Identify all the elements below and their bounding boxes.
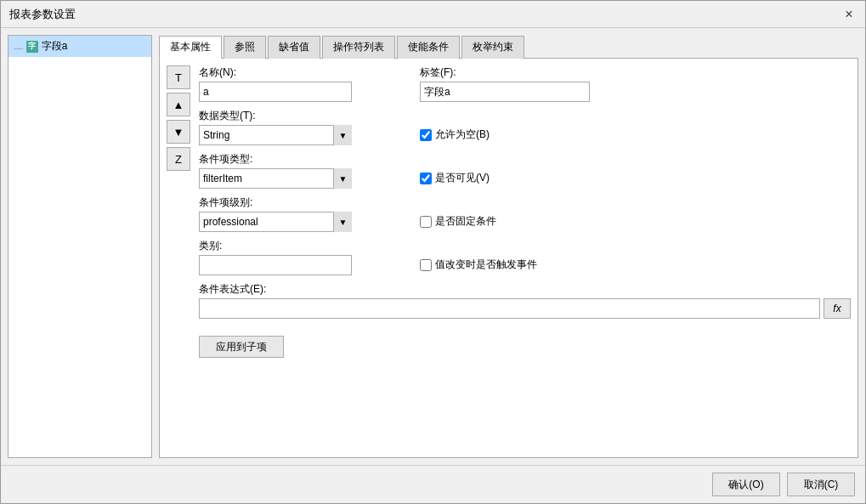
trigger-event-label: 值改变时是否触发事件: [435, 258, 537, 272]
toolbar-column: T ▲ ▼ Z: [167, 65, 192, 450]
visible-group: 是否可见(V): [420, 152, 851, 189]
condition-level-label: 条件项级别:: [199, 195, 411, 210]
trigger-event-checkbox[interactable]: [420, 259, 432, 271]
up-icon: ▲: [173, 99, 184, 111]
confirm-button[interactable]: 确认(O): [712, 473, 780, 496]
left-tree-panel: ...... 字 字段a: [8, 35, 152, 458]
visible-label: 是否可见(V): [435, 171, 490, 185]
apply-to-children-button[interactable]: 应用到子项: [199, 336, 284, 358]
close-button[interactable]: ×: [841, 7, 857, 22]
tab-default[interactable]: 缺省值: [268, 36, 320, 59]
condition-level-select[interactable]: professional simple advanced: [199, 212, 352, 232]
cancel-button[interactable]: 取消(C): [787, 473, 855, 496]
data-type-label: 数据类型(T):: [199, 109, 411, 123]
tree-dots: ......: [14, 42, 23, 51]
form-container: 名称(N): 标签(F):: [199, 65, 851, 450]
delete-icon: Z: [175, 153, 182, 166]
condition-type-select[interactable]: filterItem queryItem sortItem: [199, 168, 352, 189]
condition-level-row: 条件项级别: professional simple advanced ▼: [199, 195, 851, 232]
category-input[interactable]: [199, 255, 352, 275]
tabs-bar: 基本属性 参照 缺省值 操作符列表 使能条件 枚举约束: [159, 35, 858, 59]
label-group: 标签(F):: [420, 65, 851, 102]
fixed-condition-group: 是否固定条件: [420, 195, 851, 232]
visible-checkbox[interactable]: [420, 173, 432, 184]
condition-type-label: 条件项类型:: [199, 152, 411, 167]
allow-null-group: 允许为空(B): [420, 109, 851, 145]
category-label: 类别:: [199, 239, 411, 253]
expression-label: 条件表达式(E):: [199, 282, 851, 297]
datatype-group: 数据类型(T): String Integer Double Date Bool…: [199, 109, 411, 145]
condition-type-row: 条件项类型: filterItem queryItem sortItem ▼: [199, 152, 851, 189]
tree-item-field-a[interactable]: ...... 字 字段a: [8, 36, 151, 57]
name-label: 名称(N):: [199, 65, 411, 80]
fixed-condition-row: 是否固定条件: [420, 211, 851, 232]
data-type-select[interactable]: String Integer Double Date Boolean: [199, 125, 352, 145]
tab-operators[interactable]: 操作符列表: [322, 36, 395, 59]
datatype-row: 数据类型(T): String Integer Double Date Bool…: [199, 109, 851, 145]
tab-enable[interactable]: 使能条件: [397, 36, 460, 59]
dialog-body: ...... 字 字段a 基本属性 参照 缺省值: [1, 28, 865, 465]
dialog-footer: 确认(O) 取消(C): [1, 465, 865, 503]
tree-item-label: 字段a: [42, 39, 68, 54]
fx-icon: fx: [833, 303, 841, 314]
fixed-condition-checkbox[interactable]: [420, 216, 432, 228]
add-button[interactable]: T: [167, 65, 190, 89]
category-group: 类别:: [199, 239, 411, 275]
tab-ref[interactable]: 参照: [224, 36, 266, 59]
main-dialog: 报表参数设置 × ...... 字 字段a 基本属性 参照: [0, 0, 866, 504]
tree-item-icon: 字: [26, 41, 38, 53]
tab-enum[interactable]: 枚举约束: [461, 36, 524, 59]
condition-level-field-group: 条件项级别: professional simple advanced ▼: [199, 195, 411, 232]
category-field-group: 类别:: [199, 239, 411, 275]
condition-type-field-group: 条件项类型: filterItem queryItem sortItem ▼: [199, 152, 411, 189]
label-field-group: 标签(F):: [420, 65, 851, 102]
content-area: T ▲ ▼ Z: [159, 59, 858, 458]
expression-group: 条件表达式(E): fx: [199, 282, 851, 319]
name-label-row: 名称(N): 标签(F):: [199, 65, 851, 102]
name-input[interactable]: [199, 82, 352, 102]
label-input[interactable]: [420, 82, 590, 102]
condition-level-group: 条件项级别: professional simple advanced ▼: [199, 195, 411, 232]
delete-button[interactable]: Z: [167, 147, 190, 171]
allow-null-row: 允许为空(B): [420, 124, 851, 145]
allow-null-checkbox[interactable]: [420, 129, 432, 141]
name-group: 名称(N):: [199, 65, 411, 102]
condition-type-group: 条件项类型: filterItem queryItem sortItem ▼: [199, 152, 411, 189]
fixed-condition-label: 是否固定条件: [435, 214, 496, 229]
expression-row: fx: [199, 298, 851, 319]
trigger-event-row: 值改变时是否触发事件: [420, 254, 851, 275]
dialog-title: 报表参数设置: [9, 7, 76, 22]
right-panel: 基本属性 参照 缺省值 操作符列表 使能条件 枚举约束: [159, 35, 858, 458]
expression-input[interactable]: [199, 298, 820, 319]
category-row: 类别: 值改变时是否触发事件: [199, 239, 851, 275]
label-label: 标签(F):: [420, 65, 851, 80]
title-bar: 报表参数设置 ×: [1, 1, 865, 28]
fx-button[interactable]: fx: [824, 298, 851, 319]
allow-null-label: 允许为空(B): [435, 127, 490, 142]
down-icon: ▼: [173, 126, 184, 139]
data-type-field-group: 数据类型(T): String Integer Double Date Bool…: [199, 109, 411, 145]
add-icon: T: [175, 71, 182, 84]
tab-basic[interactable]: 基本属性: [159, 36, 222, 59]
visible-row: 是否可见(V): [420, 167, 851, 189]
move-down-button[interactable]: ▼: [167, 120, 190, 144]
trigger-event-group: 值改变时是否触发事件: [420, 239, 851, 275]
name-field-group: 名称(N):: [199, 65, 411, 102]
move-up-button[interactable]: ▲: [167, 93, 190, 116]
